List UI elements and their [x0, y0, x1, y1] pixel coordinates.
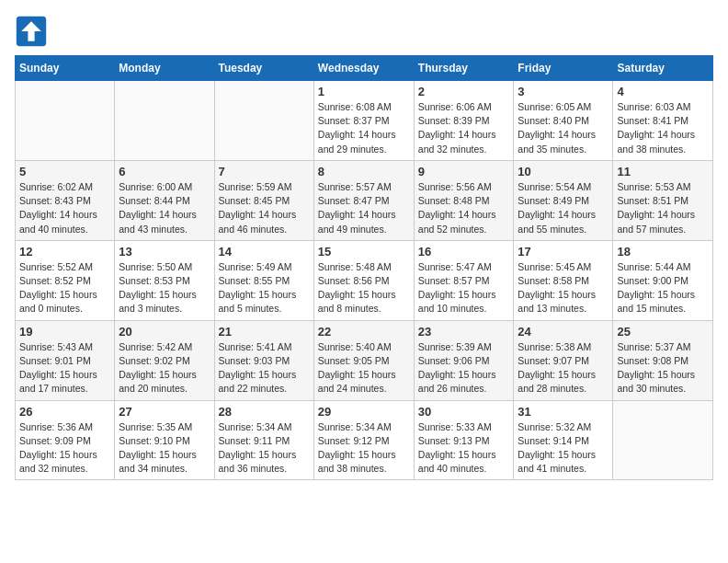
calendar-cell [115, 81, 214, 161]
day-number: 14 [219, 245, 310, 259]
day-info: Sunrise: 5:53 AM Sunset: 8:51 PM Dayligh… [617, 180, 709, 236]
day-info: Sunrise: 5:52 AM Sunset: 8:52 PM Dayligh… [19, 260, 110, 316]
calendar-cell [613, 400, 713, 480]
calendar-cell: 3Sunrise: 6:05 AM Sunset: 8:40 PM Daylig… [514, 81, 613, 161]
calendar-cell: 17Sunrise: 5:45 AM Sunset: 8:58 PM Dayli… [514, 240, 613, 320]
calendar-cell: 8Sunrise: 5:57 AM Sunset: 8:47 PM Daylig… [313, 160, 414, 240]
day-number: 27 [119, 405, 210, 419]
day-info: Sunrise: 5:54 AM Sunset: 8:49 PM Dayligh… [518, 180, 609, 236]
day-info: Sunrise: 5:47 AM Sunset: 8:57 PM Dayligh… [418, 260, 510, 316]
weekday-header-monday: Monday [115, 56, 214, 81]
day-number: 5 [19, 165, 110, 178]
calendar-cell: 5Sunrise: 6:02 AM Sunset: 8:43 PM Daylig… [16, 160, 115, 240]
day-info: Sunrise: 6:05 AM Sunset: 8:40 PM Dayligh… [518, 100, 609, 156]
day-number: 11 [617, 165, 709, 178]
calendar-cell: 6Sunrise: 6:00 AM Sunset: 8:44 PM Daylig… [115, 160, 214, 240]
calendar-cell: 22Sunrise: 5:40 AM Sunset: 9:05 PM Dayli… [313, 320, 414, 400]
day-info: Sunrise: 5:44 AM Sunset: 9:00 PM Dayligh… [617, 260, 709, 316]
day-number: 26 [19, 405, 110, 419]
calendar-cell: 20Sunrise: 5:42 AM Sunset: 9:02 PM Dayli… [115, 320, 214, 400]
calendar-cell: 2Sunrise: 6:06 AM Sunset: 8:39 PM Daylig… [414, 81, 514, 161]
day-number: 20 [119, 325, 210, 339]
day-info: Sunrise: 5:43 AM Sunset: 9:01 PM Dayligh… [19, 340, 110, 396]
calendar-week-4: 19Sunrise: 5:43 AM Sunset: 9:01 PM Dayli… [16, 320, 713, 400]
day-info: Sunrise: 5:34 AM Sunset: 9:12 PM Dayligh… [318, 420, 410, 477]
calendar-cell: 26Sunrise: 5:36 AM Sunset: 9:09 PM Dayli… [16, 400, 115, 480]
day-number: 17 [518, 245, 609, 259]
day-info: Sunrise: 5:33 AM Sunset: 9:13 PM Dayligh… [418, 420, 510, 477]
calendar-body: 1Sunrise: 6:08 AM Sunset: 8:37 PM Daylig… [16, 81, 713, 480]
day-number: 8 [318, 165, 410, 178]
day-info: Sunrise: 5:39 AM Sunset: 9:06 PM Dayligh… [418, 340, 510, 396]
weekday-header-friday: Friday [514, 56, 613, 81]
day-number: 4 [617, 85, 709, 98]
day-number: 2 [418, 85, 510, 98]
calendar-cell: 27Sunrise: 5:35 AM Sunset: 9:10 PM Dayli… [115, 400, 214, 480]
day-info: Sunrise: 5:57 AM Sunset: 8:47 PM Dayligh… [318, 180, 410, 236]
day-info: Sunrise: 5:56 AM Sunset: 8:48 PM Dayligh… [418, 180, 510, 236]
day-info: Sunrise: 5:34 AM Sunset: 9:11 PM Dayligh… [219, 420, 310, 477]
calendar-cell [214, 81, 313, 161]
weekday-header-row: SundayMondayTuesdayWednesdayThursdayFrid… [16, 56, 713, 81]
day-number: 18 [617, 245, 709, 259]
calendar-cell: 25Sunrise: 5:37 AM Sunset: 9:08 PM Dayli… [613, 320, 713, 400]
day-info: Sunrise: 6:08 AM Sunset: 8:37 PM Dayligh… [318, 100, 410, 156]
calendar-cell: 30Sunrise: 5:33 AM Sunset: 9:13 PM Dayli… [414, 400, 514, 480]
day-info: Sunrise: 5:37 AM Sunset: 9:08 PM Dayligh… [617, 340, 709, 396]
day-number: 7 [219, 165, 310, 178]
day-info: Sunrise: 5:40 AM Sunset: 9:05 PM Dayligh… [318, 340, 410, 396]
weekday-header-tuesday: Tuesday [214, 56, 313, 81]
day-number: 1 [318, 85, 410, 98]
calendar-cell: 9Sunrise: 5:56 AM Sunset: 8:48 PM Daylig… [414, 160, 514, 240]
day-number: 22 [318, 325, 410, 339]
day-number: 15 [318, 245, 410, 259]
weekday-header-saturday: Saturday [613, 56, 713, 81]
day-number: 31 [518, 405, 609, 419]
calendar-cell: 19Sunrise: 5:43 AM Sunset: 9:01 PM Dayli… [16, 320, 115, 400]
calendar-cell: 12Sunrise: 5:52 AM Sunset: 8:52 PM Dayli… [16, 240, 115, 320]
calendar-cell: 11Sunrise: 5:53 AM Sunset: 8:51 PM Dayli… [613, 160, 713, 240]
day-number: 12 [19, 245, 110, 259]
calendar-week-1: 1Sunrise: 6:08 AM Sunset: 8:37 PM Daylig… [16, 81, 713, 161]
day-number: 30 [418, 405, 510, 419]
day-number: 6 [119, 165, 210, 178]
day-info: Sunrise: 5:41 AM Sunset: 9:03 PM Dayligh… [219, 340, 310, 396]
day-number: 25 [617, 325, 709, 339]
calendar-cell: 18Sunrise: 5:44 AM Sunset: 9:00 PM Dayli… [613, 240, 713, 320]
day-info: Sunrise: 5:45 AM Sunset: 8:58 PM Dayligh… [518, 260, 609, 316]
calendar-week-5: 26Sunrise: 5:36 AM Sunset: 9:09 PM Dayli… [16, 400, 713, 480]
day-number: 16 [418, 245, 510, 259]
calendar-cell: 21Sunrise: 5:41 AM Sunset: 9:03 PM Dayli… [214, 320, 313, 400]
calendar-cell [16, 81, 115, 161]
day-number: 13 [119, 245, 210, 259]
day-info: Sunrise: 6:02 AM Sunset: 8:43 PM Dayligh… [19, 180, 110, 236]
calendar-table: SundayMondayTuesdayWednesdayThursdayFrid… [15, 55, 713, 480]
day-info: Sunrise: 5:50 AM Sunset: 8:53 PM Dayligh… [119, 260, 210, 316]
calendar-week-2: 5Sunrise: 6:02 AM Sunset: 8:43 PM Daylig… [16, 160, 713, 240]
calendar-cell: 23Sunrise: 5:39 AM Sunset: 9:06 PM Dayli… [414, 320, 514, 400]
day-info: Sunrise: 5:42 AM Sunset: 9:02 PM Dayligh… [119, 340, 210, 396]
calendar-week-3: 12Sunrise: 5:52 AM Sunset: 8:52 PM Dayli… [16, 240, 713, 320]
day-number: 19 [19, 325, 110, 339]
day-number: 9 [418, 165, 510, 178]
day-info: Sunrise: 5:48 AM Sunset: 8:56 PM Dayligh… [318, 260, 410, 316]
day-info: Sunrise: 6:06 AM Sunset: 8:39 PM Dayligh… [418, 100, 510, 156]
calendar-cell: 15Sunrise: 5:48 AM Sunset: 8:56 PM Dayli… [313, 240, 414, 320]
day-info: Sunrise: 5:32 AM Sunset: 9:14 PM Dayligh… [518, 420, 609, 477]
day-info: Sunrise: 6:03 AM Sunset: 8:41 PM Dayligh… [617, 100, 709, 156]
day-number: 21 [219, 325, 310, 339]
calendar-cell: 7Sunrise: 5:59 AM Sunset: 8:45 PM Daylig… [214, 160, 313, 240]
weekday-header-thursday: Thursday [414, 56, 514, 81]
calendar-cell: 14Sunrise: 5:49 AM Sunset: 8:55 PM Dayli… [214, 240, 313, 320]
calendar-cell: 1Sunrise: 6:08 AM Sunset: 8:37 PM Daylig… [313, 81, 414, 161]
day-info: Sunrise: 6:00 AM Sunset: 8:44 PM Dayligh… [119, 180, 210, 236]
calendar-cell: 29Sunrise: 5:34 AM Sunset: 9:12 PM Dayli… [313, 400, 414, 480]
weekday-header-wednesday: Wednesday [313, 56, 414, 81]
calendar-cell: 4Sunrise: 6:03 AM Sunset: 8:41 PM Daylig… [613, 81, 713, 161]
day-number: 28 [219, 405, 310, 419]
logo [15, 15, 53, 48]
day-number: 3 [518, 85, 609, 98]
calendar-cell: 10Sunrise: 5:54 AM Sunset: 8:49 PM Dayli… [514, 160, 613, 240]
calendar-cell: 16Sunrise: 5:47 AM Sunset: 8:57 PM Dayli… [414, 240, 514, 320]
calendar-cell: 28Sunrise: 5:34 AM Sunset: 9:11 PM Dayli… [214, 400, 313, 480]
